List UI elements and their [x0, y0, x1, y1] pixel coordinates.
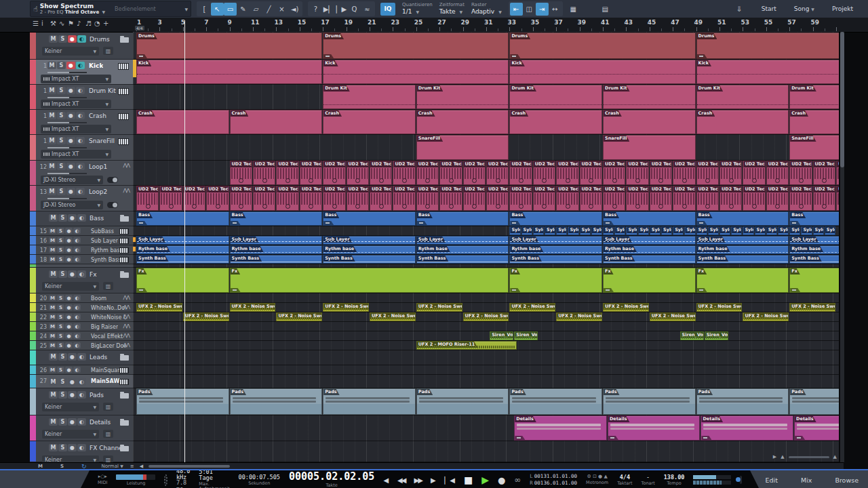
- clip-bass[interactable]: Bass: [323, 211, 416, 226]
- track-header-sub-layer[interactable]: 16MS●◐Sub Layer: [30, 236, 133, 245]
- monitor-button[interactable]: ◐: [73, 256, 81, 262]
- clip-syler[interactable]: Syler: [580, 226, 591, 235]
- clip-syler[interactable]: Syler: [603, 226, 614, 235]
- clip-syler[interactable]: Syler: [521, 226, 532, 235]
- info-icon[interactable]: i: [41, 20, 43, 27]
- autoscroll-toggle[interactable]: ⇥: [536, 3, 549, 16]
- folder-clip-contents-tab[interactable]: [608, 436, 618, 440]
- clip-ud2-tech[interactable]: UD2 Tech: [813, 186, 835, 211]
- folder-clip-contents-tab[interactable]: [604, 288, 614, 292]
- clip-ufx-2-noise-sweep-u[interactable]: UFX 2 - Noise Sweep U: [230, 303, 276, 312]
- next-marker-button[interactable]: ▶: [431, 476, 436, 484]
- solo-button[interactable]: S: [57, 163, 66, 170]
- clip-bass[interactable]: Bass: [230, 211, 323, 226]
- track-header-vocal-effekt[interactable]: 24MS●◐Vocal Effekt⋀⋀: [30, 331, 133, 341]
- clip-ud2-tech[interactable]: UD2 Tech: [300, 186, 322, 211]
- ruler-bar-number[interactable]: 31: [484, 19, 493, 26]
- bus-dropdown[interactable]: Keiner▼: [42, 403, 99, 411]
- rewind-button[interactable]: ◀◀: [397, 476, 405, 484]
- clip-crash[interactable]: Crash: [230, 110, 323, 134]
- bus-dropdown[interactable]: Keiner▼: [42, 430, 99, 439]
- record-button[interactable]: ●: [68, 270, 77, 278]
- clip-syler[interactable]: Syler: [731, 226, 742, 235]
- ruler-bar-number[interactable]: 57: [787, 19, 796, 26]
- ruler-bar-number[interactable]: 37: [554, 19, 563, 26]
- folder-clip-contents-tab[interactable]: [417, 221, 427, 225]
- return-to-start-button[interactable]: ▏◀: [445, 476, 455, 484]
- record-button[interactable]: ●: [66, 137, 75, 144]
- record-button[interactable]: ●: [68, 391, 77, 399]
- clip-ud2-tech[interactable]: UD2 Tech: [323, 186, 345, 211]
- clip-drums[interactable]: Drums: [696, 33, 839, 59]
- clip-ufx-2-noise-sweep-u[interactable]: UFX 2 - Noise Sweep U: [323, 303, 369, 312]
- clip-ud2-tech[interactable]: UD2 Tech: [650, 161, 672, 185]
- track-header-fx-channels[interactable]: MS●◐FX ChannelsKeiner▼▥: [30, 441, 133, 462]
- track-header-biglacer-down[interactable]: 25MS●◐BigLacer Down⋀⋀: [30, 341, 133, 350]
- record-button[interactable]: ●: [68, 35, 77, 43]
- arrangement-row-fx-channels[interactable]: [133, 441, 839, 462]
- monitor-button[interactable]: ◐: [73, 228, 81, 234]
- monitor-button[interactable]: ◐: [73, 333, 81, 339]
- track-menu-icon[interactable]: ☰: [33, 20, 39, 27]
- clip-ud2-tech[interactable]: UD2 Tech: [626, 186, 648, 211]
- solo-button[interactable]: S: [57, 137, 66, 144]
- solo-button[interactable]: S: [57, 342, 64, 348]
- clip-ud2-tech[interactable]: UD2 Tech: [696, 161, 719, 185]
- clip-syler[interactable]: Syler: [533, 226, 544, 235]
- clip-syler[interactable]: Syler: [673, 226, 684, 235]
- mute-button[interactable]: M: [49, 378, 58, 386]
- clip-kick[interactable]: Kick: [509, 60, 695, 84]
- forward-button[interactable]: ▶▶: [414, 476, 421, 484]
- clip-ud2-tech[interactable]: UD2 Tech: [580, 186, 602, 211]
- clip-pads[interactable]: Pads: [230, 388, 323, 415]
- performance-meter[interactable]: Leistung: [116, 474, 155, 486]
- ruler-bar-number[interactable]: 1: [137, 19, 141, 26]
- marker-flag-icon[interactable]: ⚑: [68, 20, 74, 27]
- loop-locators[interactable]: L00131.01.01.00 R00136.01.01.00: [530, 473, 577, 487]
- monitor-button[interactable]: ◐: [77, 418, 86, 426]
- instrument-dropdown[interactable]: Impact XT▼: [41, 125, 111, 134]
- solo-button[interactable]: S: [57, 323, 64, 329]
- solo-button[interactable]: S: [58, 270, 67, 278]
- solo-button[interactable]: S: [57, 112, 66, 119]
- mute-button[interactable]: M: [49, 35, 58, 43]
- arrangement-row-kick[interactable]: KickKickKickKick: [133, 60, 839, 85]
- prev-marker-button[interactable]: ◀: [383, 476, 389, 484]
- pencil-tool[interactable]: ✎: [237, 3, 250, 16]
- clip-drums[interactable]: Drums: [136, 33, 322, 59]
- clip-ufx-2-noise-sweep-u[interactable]: UFX 2 - Noise Sweep U: [509, 303, 555, 312]
- clip-siren-vocs[interactable]: Siren_Vocs: [680, 331, 704, 340]
- clip-rythm-base[interactable]: Rythm base: [136, 245, 229, 254]
- instrument-dropdown[interactable]: JD-XI Stereo▼: [41, 176, 103, 184]
- clip-ud2-tech[interactable]: UD2 Tech: [300, 161, 322, 185]
- clip-ud2-tech[interactable]: UD2 Tech: [556, 161, 578, 185]
- record-button[interactable]: ●: [66, 163, 75, 170]
- clip-ud2-tech[interactable]: UD2 Tech: [556, 186, 578, 211]
- clip-crash[interactable]: Crash: [603, 110, 696, 134]
- clip-details[interactable]: Details: [608, 415, 701, 441]
- clip-ud2-tech[interactable]: UD2 Tech: [743, 186, 765, 211]
- play-to-cursor-icon[interactable]: ▏▶: [335, 3, 348, 16]
- clip-ud2-tech[interactable]: UD2 Tech: [439, 161, 462, 185]
- track-header-leads[interactable]: MS●◐Leads: [30, 350, 133, 365]
- arrangement-row-vocal-effekt[interactable]: Siren_VocsSiren_VocalSiren_VocsSiren_Voc…: [133, 331, 839, 341]
- mute-button[interactable]: M: [49, 367, 56, 373]
- monitor-button[interactable]: ◐: [76, 62, 85, 69]
- mute-button[interactable]: M: [49, 256, 56, 262]
- clip-syler[interactable]: Syler: [591, 226, 602, 235]
- arrangement-row-mainsaw[interactable]: [133, 375, 839, 388]
- monitor-button[interactable]: ◐: [76, 137, 85, 144]
- clip-ud2-tech[interactable]: UD2 Tech: [370, 161, 392, 185]
- ruler-bar-number[interactable]: 39: [578, 19, 587, 26]
- solo-button[interactable]: S: [57, 314, 64, 320]
- octave-mode-dropdown[interactable]: Third Octave: [65, 9, 100, 15]
- menu-icon[interactable]: ≡: [130, 464, 134, 469]
- folder-clip-contents-tab[interactable]: [510, 54, 520, 58]
- clip-pads[interactable]: Pads: [509, 388, 602, 415]
- loop-button[interactable]: ∞: [514, 475, 521, 485]
- solo-button[interactable]: S: [57, 87, 66, 94]
- clip-siren-vocal[interactable]: Siren_Vocal: [705, 331, 728, 340]
- clip-ud2-tech[interactable]: UD2 Tech: [347, 161, 369, 185]
- clip-ufx-2-noise-sweep-u[interactable]: UFX 2 - Noise Sweep U: [556, 312, 602, 321]
- arrangement-row-rythm-base[interactable]: Rythm baseRythm baseRythm baseRythm base…: [133, 245, 839, 255]
